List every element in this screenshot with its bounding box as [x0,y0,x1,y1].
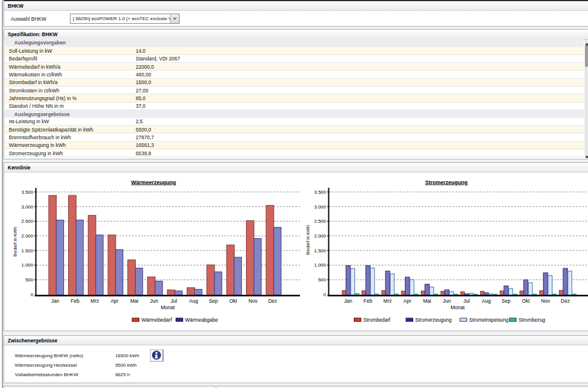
svg-text:Mrz: Mrz [91,298,99,304]
svg-text:Feb: Feb [363,298,372,304]
svg-text:500: 500 [25,277,34,283]
svg-text:1.000: 1.000 [21,262,34,268]
svg-text:Wärmebedarf: Wärmebedarf [142,317,172,323]
svg-text:Apr: Apr [404,298,411,304]
svg-text:0: 0 [324,292,327,297]
svg-text:1.500: 1.500 [21,248,34,254]
svg-text:Mai: Mai [130,298,139,304]
svg-text:Monat: Monat [450,304,465,310]
svg-text:1.500: 1.500 [314,248,327,254]
svg-text:Mai: Mai [423,298,432,304]
svg-text:Jun: Jun [150,298,158,304]
svg-text:Apr: Apr [111,298,119,304]
svg-text:3.000: 3.000 [21,204,34,210]
svg-text:Bedarf in kWh: Bedarf in kWh [305,225,311,255]
svg-text:Okt: Okt [229,298,238,304]
svg-text:3.500: 3.500 [21,190,34,195]
svg-text:Aug: Aug [482,298,491,304]
svg-text:Strombezug: Strombezug [519,317,545,323]
svg-text:Jan: Jan [344,298,352,304]
svg-text:Strombedarf: Strombedarf [363,317,391,323]
svg-text:Sep: Sep [501,298,510,304]
svg-text:Feb: Feb [71,298,79,304]
svg-text:Nov: Nov [541,298,551,304]
svg-text:Mrz: Mrz [384,298,392,304]
svg-text:2.500: 2.500 [314,219,327,224]
svg-text:0: 0 [31,292,34,297]
svg-text:Wärmeabgabe: Wärmeabgabe [185,317,218,323]
svg-text:3.500: 3.500 [314,190,327,195]
svg-text:Monat: Monat [161,304,175,310]
svg-text:500: 500 [318,277,327,283]
svg-text:2.500: 2.500 [21,219,34,224]
svg-text:Bedarf in kWh: Bedarf in kWh [12,227,18,256]
svg-text:Dez: Dez [268,298,277,304]
svg-text:2.000: 2.000 [314,233,327,239]
svg-text:Jun: Jun [443,298,451,304]
svg-text:Jan: Jan [51,298,59,304]
svg-text:Nov: Nov [248,298,258,304]
svg-text:2.000: 2.000 [21,233,34,239]
svg-text:1.000: 1.000 [314,262,327,268]
svg-text:Aug: Aug [189,298,198,304]
svg-text:Sep: Sep [209,298,218,304]
svg-text:Jul: Jul [171,298,177,304]
svg-text:Wärmeerzeugung: Wärmeerzeugung [131,179,176,185]
svg-text:Jul: Jul [464,298,470,304]
svg-text:3.000: 3.000 [314,204,327,210]
svg-text:Stromerzeugung: Stromerzeugung [416,317,452,323]
svg-text:Stromeinspeisung: Stromeinspeisung [469,317,509,323]
svg-text:Okt: Okt [522,298,530,304]
svg-text:Dez: Dez [561,298,570,304]
svg-text:Stromerzeugung: Stromerzeugung [425,179,468,185]
